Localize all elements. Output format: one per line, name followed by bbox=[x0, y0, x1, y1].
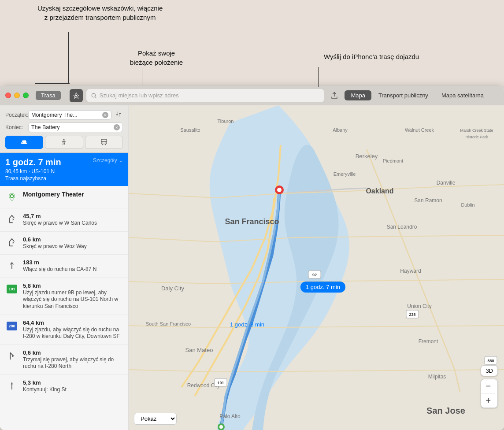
direction-2[interactable]: 0,6 km Skręć w prawo w Woz Way bbox=[0, 232, 128, 255]
direction-1[interactable]: 45,7 m Skręć w prawo w W San Carlos bbox=[0, 208, 128, 232]
svg-text:San Francisco: San Francisco bbox=[225, 217, 279, 226]
zoom-controls: − + bbox=[481, 379, 498, 408]
svg-text:Fremont: Fremont bbox=[419, 338, 438, 345]
fullscreen-button[interactable] bbox=[23, 93, 29, 98]
tab-map[interactable]: Mapa bbox=[345, 90, 371, 100]
swap-button[interactable] bbox=[114, 110, 123, 120]
3d-button[interactable]: 3D bbox=[481, 365, 498, 376]
end-label: Koniec: bbox=[5, 124, 26, 130]
direction-2-distance: 0,6 km bbox=[23, 236, 123, 243]
walk-icon bbox=[60, 138, 68, 146]
map-area[interactable]: San Francisco Daly City South San Franci… bbox=[129, 105, 504, 430]
svg-text:Hayward: Hayward bbox=[400, 268, 421, 274]
route-button[interactable]: Trasa bbox=[36, 91, 61, 100]
route-type: Trasa najszybsza bbox=[5, 175, 123, 182]
svg-point-19 bbox=[277, 188, 282, 192]
direction-2-content: 0,6 km Skręć w prawo w Woz Way bbox=[23, 236, 123, 250]
start-label: Początek: bbox=[5, 112, 26, 118]
tab-satellite[interactable]: Mapa satelitarna bbox=[435, 90, 490, 100]
direction-5-distance: 64,4 km bbox=[23, 319, 123, 326]
start-input-value: Montgomery The... bbox=[31, 112, 100, 118]
direction-start[interactable]: Montgomery Theater bbox=[0, 186, 128, 208]
direction-3-distance: 183 m bbox=[23, 259, 123, 266]
share-button[interactable] bbox=[328, 89, 341, 102]
direction-1-content: 45,7 m Skręć w prawo w W San Carlos bbox=[23, 213, 123, 227]
direction-4-content: 5,8 km Użyj zjazdu numer 9B po lewej, ab… bbox=[23, 282, 123, 310]
svg-text:238: 238 bbox=[409, 312, 415, 317]
traffic-lights bbox=[5, 93, 29, 98]
direction-1-text: Skręć w prawo w W San Carlos bbox=[23, 220, 123, 227]
direction-5[interactable]: 280 64,4 km Użyj zjazdu, aby włączyć się… bbox=[0, 315, 128, 345]
tab-transit[interactable]: Transport publiczny bbox=[372, 90, 434, 100]
svg-line-2 bbox=[95, 96, 96, 98]
route-end-field: Koniec: The Battery bbox=[5, 122, 123, 132]
svg-text:Historic Park: Historic Park bbox=[465, 135, 488, 139]
start-clear-button[interactable] bbox=[102, 112, 108, 118]
location-button[interactable] bbox=[70, 89, 83, 102]
callout-transit: Uzyskaj szczegółowe wskazówki, włącznie … bbox=[37, 4, 163, 22]
close-button[interactable] bbox=[5, 93, 11, 98]
search-bar[interactable]: Szukaj miejsca lub wpisz adres bbox=[86, 89, 325, 102]
transport-walk-button[interactable] bbox=[45, 136, 83, 149]
location-icon bbox=[73, 92, 80, 99]
callout2-line bbox=[142, 68, 142, 86]
svg-text:Palo Alto: Palo Alto bbox=[219, 413, 241, 419]
direction-6-text: Trzymaj się prawej, aby włączyć się do r… bbox=[23, 356, 123, 370]
route-summary[interactable]: 1 godz. 7 min Szczegóły ⌄ 80,45 km · US-… bbox=[0, 153, 128, 186]
direction-7-text: Kontynuuj: King St bbox=[23, 386, 123, 393]
end-input-wrap[interactable]: The Battery bbox=[28, 122, 123, 132]
direction-7[interactable]: 5,3 km Kontynuuj: King St bbox=[0, 375, 128, 398]
direction-3[interactable]: 183 m Włącz się do ruchu na CA-87 N bbox=[0, 255, 128, 278]
svg-text:101: 101 bbox=[217, 381, 224, 385]
start-content: Montgomery Theater bbox=[23, 190, 123, 198]
svg-text:San Leandro: San Leandro bbox=[387, 224, 417, 230]
direction-2-text: Skręć w prawo w Woz Way bbox=[23, 243, 123, 250]
sidebar: Początek: Montgomery The... Koniec: The bbox=[0, 105, 129, 430]
svg-text:880: 880 bbox=[487, 359, 494, 363]
titlebar: Trasa Szukaj miejsca lub wpisz adres bbox=[0, 86, 504, 105]
svg-text:Piedmont: Piedmont bbox=[383, 158, 403, 163]
straight-icon bbox=[5, 379, 19, 393]
direction-3-content: 183 m Włącz się do ruchu na CA-87 N bbox=[23, 259, 123, 273]
zoom-in-button[interactable]: + bbox=[481, 393, 495, 408]
transport-transit-button[interactable] bbox=[85, 136, 123, 149]
map-svg: San Francisco Daly City South San Franci… bbox=[129, 105, 504, 430]
callout1-line-h bbox=[35, 83, 70, 84]
svg-text:San Ramon: San Ramon bbox=[414, 197, 442, 204]
svg-text:Danville: Danville bbox=[437, 180, 456, 186]
end-clear-button[interactable] bbox=[114, 124, 120, 130]
svg-text:Emeryville: Emeryville bbox=[334, 171, 356, 177]
svg-point-1 bbox=[92, 93, 95, 97]
maps-window: Trasa Szukaj miejsca lub wpisz adres bbox=[0, 86, 504, 430]
show-dropdown-container: Pokaż bbox=[134, 413, 177, 425]
svg-point-21 bbox=[219, 425, 223, 429]
map-tabs: Mapa Transport publiczny Mapa satelitarn… bbox=[345, 90, 490, 100]
direction-1-distance: 45,7 m bbox=[23, 213, 123, 219]
route-time: 1 godz. 7 min bbox=[5, 157, 61, 167]
route-callout-alt: 1 godz. 8 min bbox=[230, 321, 264, 328]
svg-text:Albany: Albany bbox=[333, 127, 348, 133]
svg-point-9 bbox=[105, 142, 106, 143]
svg-text:San Mateo: San Mateo bbox=[185, 347, 213, 353]
svg-text:South San Francisco: South San Francisco bbox=[146, 321, 191, 326]
start-name: Montgomery Theater bbox=[23, 191, 84, 198]
direction-4[interactable]: 101 5,8 km Użyj zjazdu numer 9B po lewej… bbox=[0, 278, 128, 315]
route-form: Początek: Montgomery The... Koniec: The bbox=[0, 105, 128, 153]
direction-5-text: Użyj zjazdu, aby włączyć się do ruchu na… bbox=[23, 326, 123, 340]
transport-car-button[interactable] bbox=[5, 136, 43, 149]
main-area: Początek: Montgomery The... Koniec: The bbox=[0, 105, 504, 430]
direction-6[interactable]: 0,6 km Trzymaj się prawej, aby włączyć s… bbox=[0, 345, 128, 375]
svg-point-11 bbox=[11, 195, 13, 197]
show-dropdown[interactable]: Pokaż bbox=[134, 413, 177, 425]
direction-6-distance: 0,6 km bbox=[23, 349, 123, 356]
route-details-link[interactable]: Szczegóły ⌄ bbox=[93, 157, 123, 163]
minimize-button[interactable] bbox=[14, 93, 20, 98]
svg-text:Berkeley: Berkeley bbox=[356, 153, 378, 159]
zoom-out-button[interactable]: − bbox=[481, 379, 495, 393]
callout-location: Pokaż swoje bieżące położenie bbox=[130, 48, 183, 67]
start-input-wrap[interactable]: Montgomery The... bbox=[28, 110, 111, 120]
direction-3-text: Włącz się do ruchu na CA-87 N bbox=[23, 266, 123, 273]
merge-icon bbox=[5, 259, 19, 272]
keep-right-icon bbox=[5, 349, 19, 363]
svg-text:Walnut Creek: Walnut Creek bbox=[405, 127, 434, 133]
